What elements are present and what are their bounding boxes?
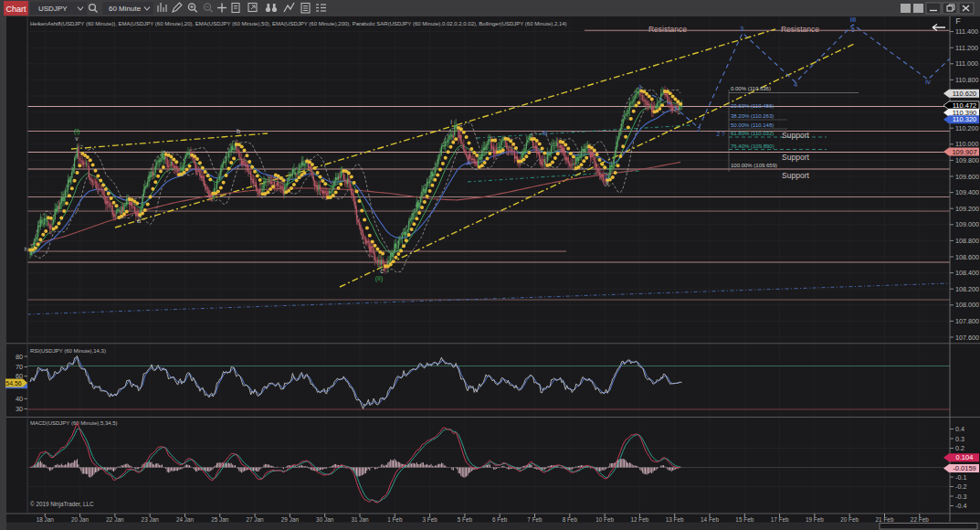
svg-text:38.20% (110.263): 38.20% (110.263) <box>731 113 774 119</box>
svg-text:4: 4 <box>794 80 797 89</box>
svg-text:108.400: 108.400 <box>955 269 979 277</box>
svg-text:109.400: 109.400 <box>955 188 979 196</box>
svg-text:21 Feb: 21 Feb <box>876 516 894 523</box>
svg-text:24 Jan: 24 Jan <box>176 516 195 523</box>
svg-text:iv: iv <box>925 78 931 86</box>
svg-text:C: C <box>605 174 609 180</box>
svg-text:v: v <box>75 135 79 142</box>
svg-text:0.3: 0.3 <box>955 435 964 443</box>
svg-text:Resistance: Resistance <box>648 25 687 34</box>
svg-text:3: 3 <box>740 25 743 33</box>
svg-text:109.200: 109.200 <box>955 205 979 213</box>
svg-text:0.104: 0.104 <box>956 453 974 461</box>
svg-text:14 Feb: 14 Feb <box>701 516 719 523</box>
svg-text:(i): (i) <box>74 127 80 135</box>
svg-text:10 Feb: 10 Feb <box>595 516 614 523</box>
svg-text:ii: ii <box>606 180 609 186</box>
svg-text:70: 70 <box>16 363 23 371</box>
svg-text:5: 5 <box>851 26 855 33</box>
svg-text:Support: Support <box>782 171 809 180</box>
svg-text:30: 30 <box>16 405 23 413</box>
svg-text:23 Jan: 23 Jan <box>142 516 160 523</box>
svg-text:13 Feb: 13 Feb <box>666 516 684 523</box>
svg-text:31 Jan: 31 Jan <box>351 516 369 523</box>
svg-text:-0.1: -0.1 <box>955 473 966 482</box>
svg-text:110.620: 110.620 <box>953 90 977 98</box>
svg-text:25 Jan: 25 Jan <box>211 516 229 523</box>
svg-text:111.200: 111.200 <box>955 44 978 52</box>
svg-text:2 ?: 2 ? <box>716 131 724 137</box>
svg-text:61.80% (110.032): 61.80% (110.032) <box>731 131 774 136</box>
svg-text:Support: Support <box>782 131 809 140</box>
svg-text:F: F <box>955 16 961 26</box>
svg-text:1: 1 <box>638 83 642 91</box>
svg-text:108.200: 108.200 <box>955 285 979 293</box>
svg-text:-0.2: -0.2 <box>955 482 966 491</box>
svg-text:(ii): (ii) <box>375 274 384 282</box>
svg-text:109.800: 109.800 <box>955 156 979 164</box>
svg-text:108.800: 108.800 <box>955 237 979 245</box>
svg-text:1 Feb: 1 Feb <box>387 516 403 523</box>
svg-text:27 Jan: 27 Jan <box>246 516 264 523</box>
svg-text:108.600: 108.600 <box>955 253 979 261</box>
svg-text:-0.4: -0.4 <box>955 502 966 510</box>
svg-text:0.4: 0.4 <box>955 425 964 433</box>
svg-text:3 Feb: 3 Feb <box>422 516 437 523</box>
svg-text:111.000: 111.000 <box>955 59 978 68</box>
svg-text:2: 2 <box>697 125 701 133</box>
svg-text:80: 80 <box>16 353 23 361</box>
svg-text:HeikenAshi8(USDJPY (60 Minute): HeikenAshi8(USDJPY (60 Minute)), EMA(USD… <box>30 21 567 26</box>
svg-text:7 Feb: 7 Feb <box>527 516 543 523</box>
svg-text:110.200: 110.200 <box>955 124 978 132</box>
svg-text:111.400: 111.400 <box>955 27 978 36</box>
svg-text:54.56: 54.56 <box>5 380 22 387</box>
svg-text:19 Feb: 19 Feb <box>806 516 824 523</box>
svg-text:29 Jan: 29 Jan <box>281 516 300 523</box>
svg-text:A: A <box>466 159 470 167</box>
svg-text:MACD(USDJPY (60 Minute),5,34,5: MACD(USDJPY (60 Minute),5,34,5) <box>30 420 118 426</box>
svg-text:110.320: 110.320 <box>953 115 977 123</box>
svg-text:23.60% (110.486): 23.60% (110.486) <box>731 103 774 109</box>
svg-text:107.600: 107.600 <box>955 334 979 342</box>
svg-text:-0.0159: -0.0159 <box>953 464 975 472</box>
svg-text:76.40% (109.890): 76.40% (109.890) <box>731 143 775 149</box>
svg-text:17 Feb: 17 Feb <box>771 516 789 523</box>
svg-text:15 Feb: 15 Feb <box>735 516 753 523</box>
svg-text:Resistance: Resistance <box>781 25 819 34</box>
svg-text:RSI(USDJPY (60 Minute),14,3): RSI(USDJPY (60 Minute),14,3) <box>30 348 106 354</box>
svg-text:Chart: Chart <box>5 5 26 14</box>
svg-text:6 Feb: 6 Feb <box>492 516 508 523</box>
svg-text:22 Jan: 22 Jan <box>106 516 124 523</box>
svg-text:III: III <box>850 16 857 24</box>
svg-text:0.2: 0.2 <box>955 444 964 452</box>
svg-text:18 Jan: 18 Jan <box>37 516 55 523</box>
svg-text:8 Feb: 8 Feb <box>563 516 578 523</box>
svg-text:12 Feb: 12 Feb <box>630 516 648 523</box>
svg-text:22 Feb: 22 Feb <box>911 516 929 523</box>
svg-text:Support: Support <box>782 153 809 162</box>
svg-text:107.800: 107.800 <box>955 317 979 325</box>
svg-text:B: B <box>543 130 548 136</box>
svg-text:109.600: 109.600 <box>955 173 979 181</box>
svg-text:109.907: 109.907 <box>952 148 976 156</box>
svg-text:30 Jan: 30 Jan <box>316 516 334 523</box>
svg-text:60 Minute: 60 Minute <box>109 5 142 13</box>
svg-text:109.000: 109.000 <box>955 220 979 228</box>
svg-text:50.00% (110.148): 50.00% (110.148) <box>731 122 774 128</box>
svg-text:© 2019 NinjaTrader, LLC: © 2019 NinjaTrader, LLC <box>30 501 94 508</box>
svg-text:20 Jan: 20 Jan <box>71 516 90 523</box>
svg-text:100.00% (109.659): 100.00% (109.659) <box>731 163 777 168</box>
svg-text:USDJPY: USDJPY <box>38 5 68 13</box>
svg-text:108.000: 108.000 <box>955 301 979 309</box>
svg-text:0.00% (110.636): 0.00% (110.636) <box>731 86 771 91</box>
svg-text:5 Feb: 5 Feb <box>458 516 473 523</box>
svg-text:40: 40 <box>16 395 23 403</box>
svg-text:20 Feb: 20 Feb <box>840 516 859 523</box>
svg-text:b: b <box>237 127 240 135</box>
svg-text:110.800: 110.800 <box>955 76 978 84</box>
svg-text:-0.3: -0.3 <box>955 493 966 501</box>
svg-text:iv: iv <box>24 246 29 252</box>
